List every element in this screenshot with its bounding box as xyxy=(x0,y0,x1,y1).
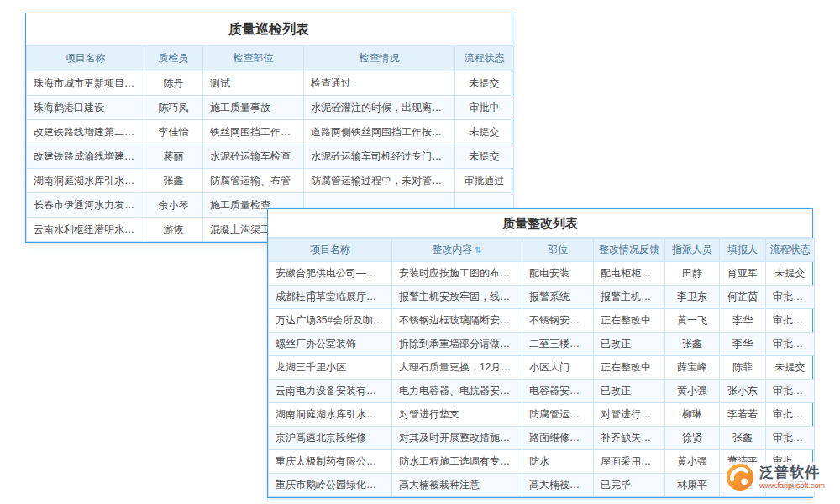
inspection-col-header-check-part: 检查部位 xyxy=(203,46,304,71)
logo-url: www.fanpusoft.com xyxy=(759,481,825,491)
logo-name: 泛普软件 xyxy=(759,465,825,481)
rectify-col-header-rectify-content[interactable]: 整改内容⇅ xyxy=(392,239,522,262)
column-label: 项目名称 xyxy=(310,244,350,255)
inspection-list-title: 质量巡检列表 xyxy=(26,13,512,45)
inspection-cell-flow-status: 审批中 xyxy=(455,96,514,120)
rectify-cell-assignee[interactable]: 林康平 xyxy=(665,474,720,497)
inspection-cell-check-detail: 水泥砼运输车司机经过专门培训... xyxy=(304,144,455,169)
rectify-cell-rectify-content: 拆除到承重墙部分请做好加固... xyxy=(392,333,522,356)
rectify-cell-part: 高大楠被栽种 xyxy=(522,474,594,497)
inspection-cell-project-name[interactable]: 湖南洞庭湖水库引水工... xyxy=(27,169,144,193)
rectify-cell-feedback: 已改正 xyxy=(594,380,665,403)
rectify-cell-assignee[interactable]: 徐贤 xyxy=(665,427,720,450)
inspection-cell-project-name[interactable]: 珠海市城市更新项目紫... xyxy=(27,71,144,96)
column-label: 项目名称 xyxy=(66,52,106,64)
rectify-row: 湖南洞庭湖水库引水工程施工...对管进行垫支防腐管运输...对管进行垫支柳琳李若… xyxy=(269,403,815,427)
column-label: 整改情况反馈 xyxy=(599,244,659,255)
fanpu-logo-icon xyxy=(726,463,754,491)
inspection-cell-check-detail: 道路两侧铁丝网围挡工作按设计... xyxy=(304,120,455,144)
fanpu-logo-text: 泛普软件 www.fanpusoft.com xyxy=(759,465,825,491)
rectify-row: 云南电力设备安装有限公司20...电力电容器、电抗器安装方案...电容器安装..… xyxy=(269,380,815,403)
rectify-cell-project-name[interactable]: 成都杜甫草堂临展厅独立展... xyxy=(269,286,392,309)
rectify-cell-rectify-content: 对管进行垫支 xyxy=(392,403,522,427)
rectify-cell-rectify-content: 安装时应按施工图的布置，将... xyxy=(392,262,522,286)
rectify-cell-reporter[interactable]: 张鑫 xyxy=(720,427,766,450)
rectify-cell-assignee[interactable]: 黄一飞 xyxy=(665,309,720,333)
rectify-cell-flow-status: 未提交 xyxy=(766,262,815,286)
rectify-cell-rectify-content: 报警主机安放牢固，线缆连接... xyxy=(392,286,522,309)
rectify-cell-flow-status: 审批通过 xyxy=(766,286,815,309)
rectify-cell-project-name[interactable]: 重庆太极制药有限公司亳州中... xyxy=(269,450,392,474)
rectify-cell-reporter[interactable]: 肖亚军 xyxy=(720,262,766,286)
inspection-cell-project-name[interactable]: 改建铁路成渝线增建第... xyxy=(27,144,144,169)
rectify-cell-flow-status: 审批通过 xyxy=(766,403,815,427)
rectify-cell-project-name[interactable]: 云南电力设备安装有限公司20... xyxy=(269,380,392,403)
inspection-cell-check-detail: 防腐管运输过程中，未对管进行... xyxy=(304,169,455,193)
rectify-cell-rectify-content: 对其及时开展整改措施，桥头... xyxy=(392,427,522,450)
rectify-cell-rectify-content: 不锈钢边框玻璃隔断安装不牢... xyxy=(392,309,522,333)
inspection-cell-flow-status: 审批通过 xyxy=(455,169,514,193)
inspection-row: 珠海鹤港口建设陈巧凤施工质量事故水泥砼灌注的时候，出现离析现象审批中 xyxy=(27,96,514,120)
rectify-cell-reporter[interactable]: 张小东 xyxy=(720,380,766,403)
rectify-col-header-feedback: 整改情况反馈 xyxy=(594,239,665,262)
rectify-cell-project-name[interactable]: 湖南洞庭湖水库引水工程施工... xyxy=(269,403,392,427)
fanpu-logo: 泛普软件 www.fanpusoft.com xyxy=(722,462,828,492)
rectify-cell-project-name[interactable]: 龙湖三千里小区 xyxy=(269,356,392,380)
rectify-cell-feedback: 对管进行垫支 xyxy=(594,403,665,427)
rectify-cell-feedback: 正在整改中 xyxy=(594,309,665,333)
rectify-cell-assignee[interactable]: 薛宝峰 xyxy=(665,356,720,380)
inspection-cell-inspector: 陈丹 xyxy=(144,71,203,96)
inspection-cell-project-name[interactable]: 长春市伊通河水力发电... xyxy=(27,193,144,218)
rectify-row: 万达广场35#会所及咖啡厅空...不锈钢边框玻璃隔断安装不牢...不锈钢安装..… xyxy=(269,309,815,333)
rectify-col-header-part: 部位 xyxy=(522,239,594,262)
rectify-cell-reporter[interactable]: 何芷茵 xyxy=(720,286,766,309)
inspection-cell-check-part: 施工质量事故 xyxy=(203,96,304,120)
inspection-cell-check-part: 测试 xyxy=(203,71,304,96)
page: 质量巡检列表 项目名称质检员检查部位检查情况流程状态珠海市城市更新项目紫...陈… xyxy=(0,0,840,504)
rectify-cell-reporter[interactable]: 陈菲 xyxy=(720,356,766,380)
rectify-cell-assignee[interactable]: 田静 xyxy=(665,262,720,286)
inspection-row: 珠海市城市更新项目紫...陈丹测试检查通过未提交 xyxy=(27,71,514,96)
rectify-cell-part: 配电安装 xyxy=(522,262,594,286)
rectify-cell-reporter[interactable]: 李若若 xyxy=(720,403,766,427)
rectify-cell-feedback: 已完毕 xyxy=(594,474,665,497)
inspection-cell-flow-status: 未提交 xyxy=(455,144,514,169)
rectify-cell-project-name[interactable]: 安徽合肥供电公司—配电设备... xyxy=(269,262,392,286)
sort-icon[interactable]: ⇅ xyxy=(475,245,481,255)
inspection-cell-check-detail: 检查通过 xyxy=(304,71,455,96)
rectify-cell-reporter[interactable]: 李华 xyxy=(720,333,766,356)
inspection-cell-project-name[interactable]: 珠海鹤港口建设 xyxy=(27,96,144,120)
column-label: 质检员 xyxy=(159,52,189,64)
rectify-cell-assignee[interactable]: 黄小强 xyxy=(665,450,720,474)
rectify-cell-project-name[interactable]: 京沪高速北京段维修 xyxy=(269,427,392,450)
rectify-cell-assignee[interactable]: 李卫东 xyxy=(665,286,720,309)
inspection-cell-inspector: 张鑫 xyxy=(144,169,203,193)
rectify-cell-project-name[interactable]: 螺丝厂办公室装饰 xyxy=(269,333,392,356)
rectify-cell-feedback: 屋面采用聚氨... xyxy=(594,450,665,474)
rectify-cell-assignee[interactable]: 柳琳 xyxy=(665,403,720,427)
inspection-cell-project-name[interactable]: 云南水利枢纽潜明水库... xyxy=(27,218,144,242)
rectify-cell-part: 电容器安装... xyxy=(522,380,594,403)
rectify-col-header-flow-status: 流程状态 xyxy=(766,239,815,262)
rectify-cell-project-name[interactable]: 重庆市鹅岭公园绿化景观提升... xyxy=(269,474,392,497)
rectify-cell-part: 防腐管运输... xyxy=(522,403,594,427)
inspection-cell-inspector: 蒋丽 xyxy=(144,144,203,169)
rectify-header-row: 项目名称整改内容⇅部位整改情况反馈指派人员填报人流程状态 xyxy=(269,239,815,262)
rectify-col-header-reporter: 填报人 xyxy=(720,239,766,262)
inspection-header-row: 项目名称质检员检查部位检查情况流程状态 xyxy=(27,46,514,71)
rectify-cell-part: 报警系统 xyxy=(522,286,594,309)
rectify-cell-flow-status: 未提交 xyxy=(766,356,815,380)
rectify-cell-part: 二至三楼混... xyxy=(522,333,594,356)
rectify-cell-rectify-content: 电力电容器、电抗器安装方案... xyxy=(392,380,522,403)
rectify-col-header-assignee: 指派人员 xyxy=(665,239,720,262)
rectify-cell-project-name[interactable]: 万达广场35#会所及咖啡厅空... xyxy=(269,309,392,333)
rectify-cell-reporter[interactable]: 李华 xyxy=(720,309,766,333)
rectify-cell-assignee[interactable]: 黄小强 xyxy=(665,380,720,403)
rectify-cell-flow-status: 审批通过 xyxy=(766,309,815,333)
inspection-col-header-project-name: 项目名称 xyxy=(27,46,144,71)
rectify-row: 安徽合肥供电公司—配电设备...安装时应按施工图的布置，将...配电安装配电柜柜… xyxy=(269,262,815,286)
column-label: 填报人 xyxy=(727,244,758,255)
rectify-cell-assignee[interactable]: 张鑫 xyxy=(665,333,720,356)
rectify-list-panel: 质量整改列表 项目名称整改内容⇅部位整改情况反馈指派人员填报人流程状态安徽合肥供… xyxy=(267,208,813,498)
inspection-cell-project-name[interactable]: 改建铁路线增建第二线... xyxy=(27,120,144,144)
